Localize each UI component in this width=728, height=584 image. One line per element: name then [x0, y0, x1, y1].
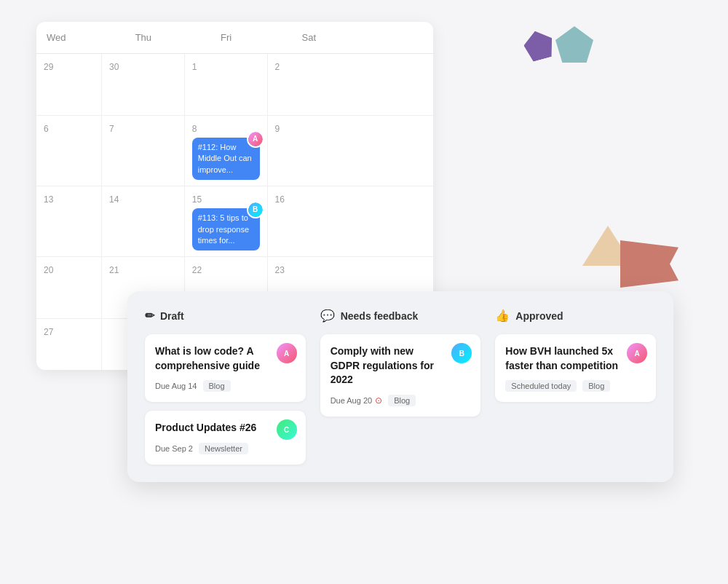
event-avatar-112: A — [247, 130, 264, 148]
kanban-card-low-code[interactable]: A What is low code? A comprehensive guid… — [145, 334, 306, 402]
card-tag-product-updates: Newsletter — [199, 443, 248, 454]
card-meta-product-updates: Due Sep 2 Newsletter — [155, 443, 296, 454]
cal-cell-1: 1 — [185, 54, 268, 115]
draft-icon: ✏ — [145, 309, 154, 323]
cal-week-row-3: 13 14 15 #113: 5 tips to drop response t… — [36, 186, 433, 257]
cal-cell-6: 6 — [36, 116, 102, 186]
card-avatar-bvh: A — [627, 343, 647, 363]
flag-shape — [620, 240, 678, 288]
card-due-low-code: Due Aug 14 — [155, 382, 197, 390]
card-tag-low-code: Blog — [203, 380, 231, 392]
kanban-panel: ✏ Draft A What is low code? A comprehens… — [127, 291, 673, 482]
card-due-product-updates: Due Sep 2 — [155, 444, 193, 453]
kanban-column-draft: ✏ Draft A What is low code? A comprehens… — [145, 309, 306, 465]
approved-icon: 👍 — [495, 309, 510, 323]
scene: Wed Thu Fri Sat 29 30 1 2 6 7 8 #112: Ho… — [0, 0, 728, 584]
cal-week-row-1: 29 30 1 2 — [36, 54, 433, 116]
col-header-thu: Thu — [102, 22, 185, 53]
card-meta-gdpr: Due Aug 20 ⊙ Blog — [331, 395, 471, 406]
cal-cell-15[interactable]: 15 #113: 5 tips to drop response times f… — [185, 186, 268, 256]
overdue-icon: ⊙ — [375, 395, 382, 406]
cal-cell-8[interactable]: 8 #112: How Middle Out can improve... A — [185, 116, 268, 186]
card-meta-low-code: Due Aug 14 Blog — [155, 380, 296, 392]
kanban-column-needs-feedback: 💬 Needs feedback B Comply with new GDPR … — [320, 309, 481, 465]
cal-cell-27: 27 — [36, 319, 102, 370]
card-tag-bvh: Blog — [582, 380, 610, 392]
cal-cell-29: 29 — [36, 54, 102, 115]
needs-feedback-col-title: Needs feedback — [341, 310, 419, 322]
kanban-col-header-approved: 👍 Approved — [495, 309, 656, 323]
card-avatar-low-code: A — [277, 343, 297, 363]
cal-cell-14: 14 — [102, 186, 185, 256]
cal-cell-9: 9 — [268, 116, 351, 186]
card-title-gdpr: Comply with new GDPR regulations for 202… — [331, 344, 471, 387]
kanban-column-approved: 👍 Approved A How BVH launched 5x faster … — [495, 309, 656, 465]
calendar-header: Wed Thu Fri Sat — [36, 22, 433, 54]
col-header-sat: Sat — [268, 22, 351, 53]
card-scheduled-bvh: Scheduled today — [505, 380, 577, 392]
card-title-low-code: What is low code? A comprehensive guide — [155, 344, 296, 373]
teal-pentagon-shape — [555, 26, 593, 63]
card-tag-gdpr: Blog — [388, 395, 416, 406]
card-title-bvh: How BVH launched 5x faster than competit… — [505, 344, 646, 373]
kanban-col-header-needs-feedback: 💬 Needs feedback — [320, 309, 481, 323]
feedback-icon: 💬 — [320, 309, 335, 323]
event-avatar-113: B — [247, 201, 264, 218]
card-due-gdpr: Due Aug 20 ⊙ — [331, 395, 383, 406]
draft-col-title: Draft — [160, 310, 184, 322]
cal-week-row-2: 6 7 8 #112: How Middle Out can improve..… — [36, 116, 433, 186]
cal-cell-30: 30 — [102, 54, 185, 115]
cal-cell-16: 16 — [268, 186, 351, 256]
col-header-wed: Wed — [36, 22, 102, 53]
cal-cell-20: 20 — [36, 257, 102, 318]
card-title-product-updates: Product Updates #26 — [155, 421, 296, 435]
card-avatar-product-updates: C — [277, 419, 297, 440]
approved-col-title: Approved — [515, 310, 563, 322]
cal-cell-2: 2 — [268, 54, 351, 115]
purple-diamond-shape — [521, 28, 557, 63]
col-header-fri: Fri — [185, 22, 268, 53]
kanban-col-header-draft: ✏ Draft — [145, 309, 306, 323]
calendar-event-113[interactable]: #113: 5 tips to drop response times for.… — [192, 208, 260, 250]
cal-cell-7: 7 — [102, 116, 185, 186]
kanban-card-gdpr[interactable]: B Comply with new GDPR regulations for 2… — [320, 334, 481, 417]
kanban-card-product-updates[interactable]: C Product Updates #26 Due Sep 2 Newslett… — [145, 411, 306, 465]
kanban-card-bvh[interactable]: A How BVH launched 5x faster than compet… — [495, 334, 656, 402]
calendar-event-112[interactable]: #112: How Middle Out can improve... A — [192, 138, 260, 180]
card-meta-bvh: Scheduled today Blog — [505, 380, 646, 392]
cal-cell-13: 13 — [36, 186, 102, 256]
